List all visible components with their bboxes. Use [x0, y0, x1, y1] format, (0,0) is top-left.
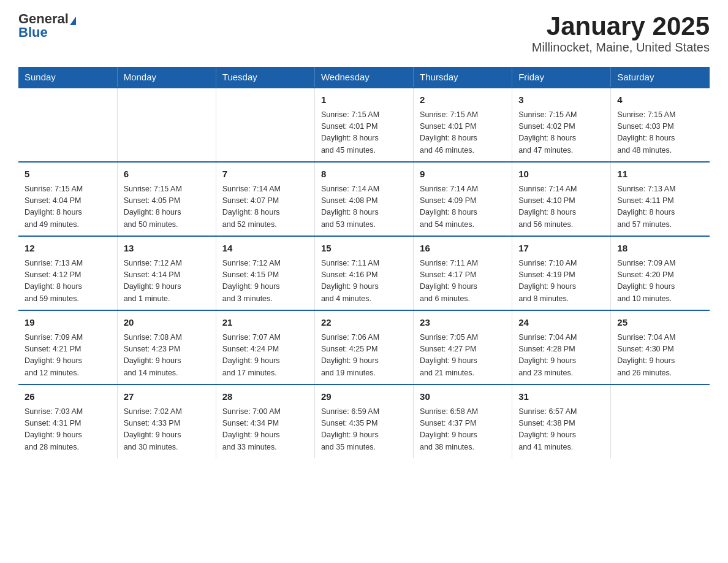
day-info: Sunrise: 7:14 AMSunset: 4:10 PMDaylight:…	[518, 183, 604, 231]
calendar-cell: 1Sunrise: 7:15 AMSunset: 4:01 PMDaylight…	[314, 88, 413, 162]
calendar-cell: 15Sunrise: 7:11 AMSunset: 4:16 PMDayligh…	[314, 236, 413, 310]
day-number: 5	[25, 167, 111, 182]
calendar-cell: 16Sunrise: 7:11 AMSunset: 4:17 PMDayligh…	[414, 236, 512, 310]
calendar-cell: 18Sunrise: 7:09 AMSunset: 4:20 PMDayligh…	[611, 236, 710, 310]
calendar-cell: 29Sunrise: 6:59 AMSunset: 4:35 PMDayligh…	[314, 385, 413, 458]
calendar-table: SundayMondayTuesdayWednesdayThursdayFrid…	[18, 67, 710, 458]
day-number: 15	[321, 242, 407, 256]
day-info: Sunrise: 7:13 AMSunset: 4:12 PMDaylight:…	[25, 258, 111, 305]
calendar-cell: 17Sunrise: 7:10 AMSunset: 4:19 PMDayligh…	[512, 236, 611, 310]
day-info: Sunrise: 7:09 AMSunset: 4:20 PMDaylight:…	[617, 258, 703, 305]
calendar-cell	[216, 88, 314, 162]
logo: General Blue	[18, 12, 76, 39]
day-number: 4	[617, 93, 703, 107]
calendar-cell: 23Sunrise: 7:05 AMSunset: 4:27 PMDayligh…	[414, 310, 512, 385]
week-row-3: 12Sunrise: 7:13 AMSunset: 4:12 PMDayligh…	[18, 236, 710, 310]
day-info: Sunrise: 7:05 AMSunset: 4:27 PMDaylight:…	[420, 332, 506, 380]
day-info: Sunrise: 7:15 AMSunset: 4:01 PMDaylight:…	[321, 109, 407, 157]
calendar-cell: 11Sunrise: 7:13 AMSunset: 4:11 PMDayligh…	[611, 162, 710, 236]
day-info: Sunrise: 7:11 AMSunset: 4:17 PMDaylight:…	[420, 258, 506, 305]
day-number: 30	[420, 390, 506, 404]
day-number: 17	[518, 242, 604, 256]
day-info: Sunrise: 7:10 AMSunset: 4:19 PMDaylight:…	[518, 258, 604, 305]
day-info: Sunrise: 6:59 AMSunset: 4:35 PMDaylight:…	[321, 406, 407, 454]
day-number: 23	[420, 316, 506, 330]
calendar-cell: 20Sunrise: 7:08 AMSunset: 4:23 PMDayligh…	[117, 310, 216, 385]
day-info: Sunrise: 7:08 AMSunset: 4:23 PMDaylight:…	[124, 332, 210, 380]
calendar-cell: 8Sunrise: 7:14 AMSunset: 4:08 PMDaylight…	[314, 162, 413, 236]
calendar-cell: 3Sunrise: 7:15 AMSunset: 4:02 PMDaylight…	[512, 88, 611, 162]
calendar-cell	[117, 88, 216, 162]
day-info: Sunrise: 7:00 AMSunset: 4:34 PMDaylight:…	[222, 406, 308, 454]
day-info: Sunrise: 7:04 AMSunset: 4:28 PMDaylight:…	[518, 332, 604, 380]
day-info: Sunrise: 7:07 AMSunset: 4:24 PMDaylight:…	[222, 332, 308, 380]
logo-triangle-icon	[70, 17, 76, 25]
day-header-row: SundayMondayTuesdayWednesdayThursdayFrid…	[18, 67, 710, 88]
day-header-tuesday: Tuesday	[216, 67, 314, 88]
calendar-cell: 30Sunrise: 6:58 AMSunset: 4:37 PMDayligh…	[414, 385, 512, 458]
day-info: Sunrise: 7:02 AMSunset: 4:33 PMDaylight:…	[124, 406, 210, 454]
calendar-cell: 5Sunrise: 7:15 AMSunset: 4:04 PMDaylight…	[18, 162, 117, 236]
calendar-cell: 26Sunrise: 7:03 AMSunset: 4:31 PMDayligh…	[18, 385, 117, 458]
day-number: 2	[420, 93, 506, 107]
calendar-cell: 28Sunrise: 7:00 AMSunset: 4:34 PMDayligh…	[216, 385, 314, 458]
calendar-cell: 31Sunrise: 6:57 AMSunset: 4:38 PMDayligh…	[512, 385, 611, 458]
week-row-4: 19Sunrise: 7:09 AMSunset: 4:21 PMDayligh…	[18, 310, 710, 385]
title-block: January 2025 Millinocket, Maine, United …	[532, 12, 710, 55]
day-info: Sunrise: 7:15 AMSunset: 4:01 PMDaylight:…	[420, 109, 506, 157]
calendar-cell: 2Sunrise: 7:15 AMSunset: 4:01 PMDaylight…	[414, 88, 512, 162]
day-number: 27	[124, 390, 210, 404]
calendar-cell: 12Sunrise: 7:13 AMSunset: 4:12 PMDayligh…	[18, 236, 117, 310]
calendar-cell: 24Sunrise: 7:04 AMSunset: 4:28 PMDayligh…	[512, 310, 611, 385]
day-number: 31	[518, 390, 604, 404]
calendar-cell: 13Sunrise: 7:12 AMSunset: 4:14 PMDayligh…	[117, 236, 216, 310]
day-header-wednesday: Wednesday	[314, 67, 413, 88]
day-number: 26	[25, 390, 111, 404]
week-row-2: 5Sunrise: 7:15 AMSunset: 4:04 PMDaylight…	[18, 162, 710, 236]
day-info: Sunrise: 6:57 AMSunset: 4:38 PMDaylight:…	[518, 406, 604, 454]
day-number: 10	[518, 167, 604, 182]
day-info: Sunrise: 7:13 AMSunset: 4:11 PMDaylight:…	[617, 183, 703, 231]
day-number: 28	[222, 390, 308, 404]
day-number: 22	[321, 316, 407, 330]
day-info: Sunrise: 7:15 AMSunset: 4:02 PMDaylight:…	[518, 109, 604, 157]
day-number: 13	[124, 242, 210, 256]
calendar-cell	[18, 88, 117, 162]
logo-general-row: General	[18, 12, 76, 26]
day-info: Sunrise: 7:15 AMSunset: 4:04 PMDaylight:…	[25, 183, 111, 231]
day-info: Sunrise: 7:06 AMSunset: 4:25 PMDaylight:…	[321, 332, 407, 380]
day-info: Sunrise: 7:09 AMSunset: 4:21 PMDaylight:…	[25, 332, 111, 380]
day-number: 19	[25, 316, 111, 330]
calendar-cell: 4Sunrise: 7:15 AMSunset: 4:03 PMDaylight…	[611, 88, 710, 162]
day-info: Sunrise: 7:11 AMSunset: 4:16 PMDaylight:…	[321, 258, 407, 305]
day-info: Sunrise: 7:12 AMSunset: 4:15 PMDaylight:…	[222, 258, 308, 305]
day-number: 21	[222, 316, 308, 330]
day-info: Sunrise: 7:14 AMSunset: 4:08 PMDaylight:…	[321, 183, 407, 231]
day-number: 7	[222, 167, 308, 182]
day-number: 9	[420, 167, 506, 182]
day-info: Sunrise: 7:12 AMSunset: 4:14 PMDaylight:…	[124, 258, 210, 305]
calendar-cell: 14Sunrise: 7:12 AMSunset: 4:15 PMDayligh…	[216, 236, 314, 310]
day-info: Sunrise: 7:15 AMSunset: 4:03 PMDaylight:…	[617, 109, 703, 157]
day-header-friday: Friday	[512, 67, 611, 88]
day-number: 24	[518, 316, 604, 330]
day-number: 14	[222, 242, 308, 256]
day-number: 3	[518, 93, 604, 107]
calendar-cell: 25Sunrise: 7:04 AMSunset: 4:30 PMDayligh…	[611, 310, 710, 385]
calendar-cell: 6Sunrise: 7:15 AMSunset: 4:05 PMDaylight…	[117, 162, 216, 236]
day-header-sunday: Sunday	[18, 67, 117, 88]
calendar-location: Millinocket, Maine, United States	[532, 40, 710, 55]
day-info: Sunrise: 7:14 AMSunset: 4:07 PMDaylight:…	[222, 183, 308, 231]
day-number: 16	[420, 242, 506, 256]
day-number: 1	[321, 93, 407, 107]
page-header: General Blue January 2025 Millinocket, M…	[18, 12, 710, 55]
day-header-monday: Monday	[117, 67, 216, 88]
day-header-saturday: Saturday	[611, 67, 710, 88]
day-number: 12	[25, 242, 111, 256]
day-info: Sunrise: 7:04 AMSunset: 4:30 PMDaylight:…	[617, 332, 703, 380]
day-header-thursday: Thursday	[414, 67, 512, 88]
calendar-cell: 9Sunrise: 7:14 AMSunset: 4:09 PMDaylight…	[414, 162, 512, 236]
calendar-cell: 21Sunrise: 7:07 AMSunset: 4:24 PMDayligh…	[216, 310, 314, 385]
calendar-cell	[611, 385, 710, 458]
day-number: 6	[124, 167, 210, 182]
